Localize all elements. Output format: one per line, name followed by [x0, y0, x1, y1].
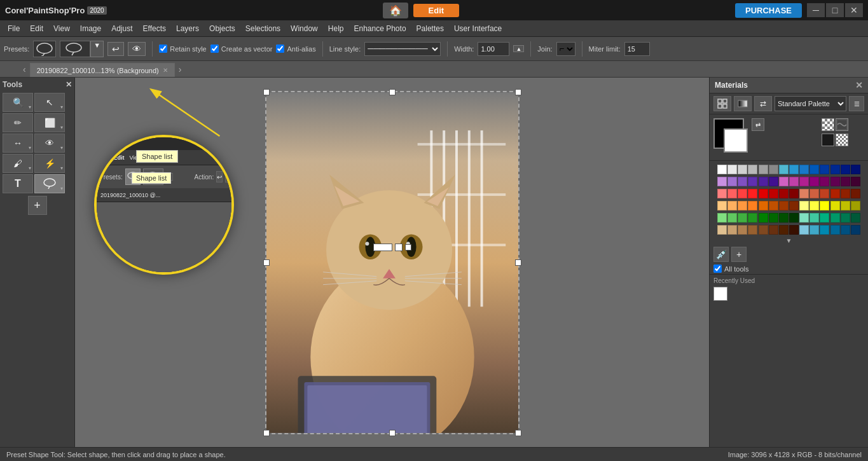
swatch-white[interactable]	[717, 165, 727, 174]
canvas-area[interactable]: r'PaintS... File Edit View Image Presets…	[75, 78, 709, 447]
swatch-7[interactable]	[789, 165, 799, 174]
swatch-r5-6[interactable]	[769, 213, 778, 223]
handle-top-right[interactable]	[515, 89, 521, 95]
edit-mode-button[interactable]: Edit	[413, 4, 460, 17]
swatch-r2-13[interactable]	[841, 177, 850, 186]
swatch-r3-12[interactable]	[830, 189, 840, 198]
swatch-r3-3[interactable]	[738, 189, 747, 198]
swatch-12[interactable]	[841, 165, 850, 174]
miter-input[interactable]	[624, 42, 650, 56]
menu-objects[interactable]: Objects	[204, 22, 240, 35]
swatch-r5-11[interactable]	[820, 213, 829, 223]
swatch-r6-4[interactable]	[748, 225, 757, 235]
swatch-r2-7[interactable]	[779, 177, 789, 186]
swatch-r6-9[interactable]	[799, 225, 809, 235]
center-handle-left[interactable]	[373, 244, 392, 251]
handle-top-left[interactable]	[263, 89, 270, 95]
swatch-r3-10[interactable]	[809, 189, 819, 198]
toolbox-close-btn[interactable]: ✕	[65, 80, 72, 89]
foreground-color[interactable]	[713, 118, 744, 149]
swatch-r6-10[interactable]	[809, 225, 819, 235]
width-input[interactable]	[478, 42, 509, 56]
swatch-r2-8[interactable]	[789, 177, 799, 186]
menu-effects[interactable]: Effects	[138, 22, 171, 35]
swatch-r6-11[interactable]	[820, 225, 829, 235]
undo-action-btn[interactable]: ↩	[107, 42, 124, 56]
tab-close-btn[interactable]: ✕	[163, 67, 168, 74]
swatch-r5-5[interactable]	[759, 213, 768, 223]
swatch-r2-14[interactable]	[851, 177, 860, 186]
center-handle-right[interactable]	[405, 244, 411, 251]
swap-colors-btn[interactable]: ⇄	[752, 118, 764, 131]
handle-middle-left[interactable]	[263, 259, 270, 266]
swatch-6[interactable]	[779, 165, 789, 174]
swatch-r6-14[interactable]	[851, 225, 860, 235]
menu-file[interactable]: File	[3, 22, 25, 35]
menu-enhance[interactable]: Enhance Photo	[348, 22, 411, 35]
swatch-r4-13[interactable]	[841, 201, 850, 210]
home-button[interactable]: 🏠	[383, 3, 408, 18]
palette-select[interactable]: Standard Palette	[775, 96, 846, 111]
tab-prev-arrow[interactable]: ‹	[19, 64, 30, 74]
swatch-r4-6[interactable]	[769, 201, 778, 210]
swatch-r3-4[interactable]	[748, 189, 757, 198]
swatch-r2-1[interactable]	[717, 177, 727, 186]
swatch-r2-3[interactable]	[738, 177, 747, 186]
swatch-r3-1[interactable]	[717, 189, 727, 198]
handle-middle-right[interactable]	[515, 259, 521, 266]
shape-tool[interactable]: ▾	[34, 174, 65, 193]
shape-selector[interactable]	[60, 41, 90, 57]
swatch-r3-14[interactable]	[851, 189, 860, 198]
image-canvas[interactable]	[265, 91, 520, 434]
shape-preview[interactable]	[33, 41, 56, 57]
swatch-r4-10[interactable]	[809, 201, 819, 210]
create-vector-checkbox[interactable]	[210, 45, 219, 53]
swatch-r3-5[interactable]	[759, 189, 768, 198]
crop-tool[interactable]: ↔▾	[3, 134, 33, 153]
materials-close-btn[interactable]: ✕	[855, 80, 863, 90]
pattern-swatch[interactable]	[836, 118, 848, 131]
transparency-swatch[interactable]	[822, 118, 834, 131]
swatch-r4-11[interactable]	[820, 201, 829, 210]
swatch-r6-1[interactable]	[717, 225, 727, 235]
swatch-8[interactable]	[799, 165, 809, 174]
swatch-r5-10[interactable]	[809, 213, 819, 223]
active-tab[interactable]: 20190822_100010...13% (Background) ✕	[30, 63, 175, 77]
swatch-3[interactable]	[748, 165, 757, 174]
swatch-r6-5[interactable]	[759, 225, 768, 235]
menu-image[interactable]: Image	[75, 22, 106, 35]
swatch-r3-13[interactable]	[841, 189, 850, 198]
eraser-tool[interactable]: ⚡▾	[34, 154, 65, 173]
swatch-r6-7[interactable]	[779, 225, 789, 235]
gradient-view-btn[interactable]	[734, 96, 752, 111]
swatch-r4-2[interactable]	[727, 201, 737, 210]
swatch-r6-12[interactable]	[830, 225, 840, 235]
swatch-r2-5[interactable]	[759, 177, 768, 186]
layer-tool[interactable]: 👁▾	[34, 134, 65, 153]
redo-action-btn[interactable]: 👁	[128, 42, 146, 56]
swatch-r3-9[interactable]	[799, 189, 809, 198]
swatch-4[interactable]	[759, 165, 768, 174]
menu-view[interactable]: View	[48, 22, 75, 35]
recent-swatch-1[interactable]	[713, 287, 727, 301]
swatch-r6-13[interactable]	[841, 225, 850, 235]
scroll-down-indicator[interactable]: ▼	[710, 236, 868, 245]
swatch-r4-4[interactable]	[748, 201, 757, 210]
swatch-r4-5[interactable]	[759, 201, 768, 210]
checker-swatch[interactable]	[836, 134, 848, 146]
swatch-r6-2[interactable]	[727, 225, 737, 235]
swatch-r3-11[interactable]	[820, 189, 829, 198]
swatch-r2-6[interactable]	[769, 177, 778, 186]
paint-tool[interactable]: 🖌▾	[3, 154, 33, 173]
maximize-button[interactable]: □	[826, 3, 844, 17]
swatch-r5-3[interactable]	[738, 213, 747, 223]
minimize-button[interactable]: ─	[807, 3, 825, 17]
swatch-r4-7[interactable]	[779, 201, 789, 210]
deform-tool[interactable]: ✏	[3, 113, 33, 132]
tab-next-arrow[interactable]: ›	[175, 64, 186, 74]
handle-bottom-right[interactable]	[515, 430, 521, 436]
menu-palettes[interactable]: Palettes	[411, 22, 449, 35]
swatch-r2-10[interactable]	[809, 177, 819, 186]
swatch-5[interactable]	[769, 165, 778, 174]
text-tool[interactable]: T	[3, 174, 33, 193]
